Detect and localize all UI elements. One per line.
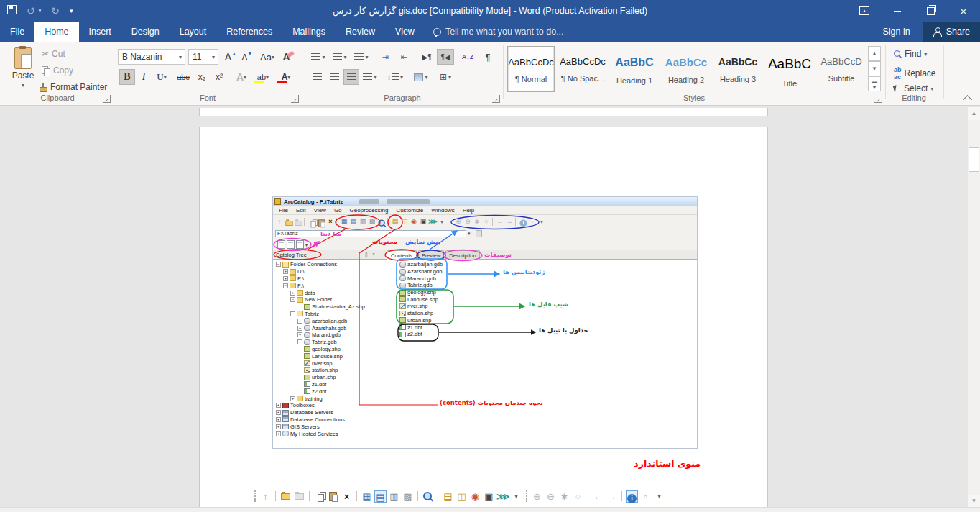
- ribbon-tab-file[interactable]: File: [0, 22, 34, 42]
- styles-scroll-up-button[interactable]: ▲: [868, 46, 881, 61]
- decrease-indent-button[interactable]: ⇥: [376, 49, 394, 65]
- expand-icon[interactable]: +: [283, 276, 288, 281]
- paste-dropdown-icon[interactable]: ▾: [22, 82, 24, 88]
- collapse-icon[interactable]: –: [290, 297, 295, 302]
- style-heading-2[interactable]: AaBbCcHeading 2: [662, 46, 710, 92]
- window-icon[interactable]: ▣: [419, 217, 427, 227]
- copy-icon[interactable]: [313, 490, 325, 503]
- tree-item[interactable]: +data: [274, 289, 395, 296]
- html-popup-icon[interactable]: ▫: [528, 217, 537, 227]
- zoom-out-icon[interactable]: ⊖: [463, 217, 472, 227]
- ac-menu-help[interactable]: Help: [463, 207, 474, 214]
- collapse-icon[interactable]: –: [276, 262, 281, 267]
- paragraph-dialog-launcher[interactable]: [492, 95, 500, 103]
- justify-button[interactable]: ▾: [361, 69, 379, 85]
- contents-item[interactable]: Marand.gdb: [399, 275, 500, 282]
- font-size-combo[interactable]: 11▾: [188, 49, 218, 65]
- expand-icon[interactable]: +: [276, 417, 281, 422]
- font-size-dropdown-icon[interactable]: ▾: [212, 54, 215, 60]
- ac-menu-go[interactable]: Go: [334, 207, 342, 214]
- ribbon-tab-design[interactable]: Design: [121, 22, 170, 42]
- delete-icon[interactable]: ×: [326, 217, 335, 227]
- tree-item[interactable]: –Tabriz: [274, 311, 395, 318]
- share-button[interactable]: Share: [923, 22, 980, 42]
- styles-more-button[interactable]: ▬▼: [868, 76, 881, 91]
- tree-item[interactable]: +Database Servers: [274, 409, 395, 416]
- shading-button[interactable]: ▾: [411, 69, 431, 85]
- connect-folder-icon[interactable]: [285, 217, 293, 227]
- style-heading-3[interactable]: AaBbCcHeading 3: [714, 46, 762, 92]
- ac-menu-view[interactable]: View: [314, 207, 326, 214]
- contents-item[interactable]: z2.dbf: [399, 331, 500, 338]
- tree-item[interactable]: Landuse.shp: [274, 352, 395, 360]
- identify-icon[interactable]: i: [519, 217, 527, 227]
- dd-icon[interactable]: ▾: [653, 490, 665, 503]
- dd-icon[interactable]: ▾: [537, 217, 546, 227]
- details-icon[interactable]: ▥: [388, 490, 400, 503]
- copy-icon[interactable]: [308, 217, 316, 227]
- address-dropdown-icon[interactable]: ▾: [468, 231, 471, 237]
- multilevel-list-button[interactable]: ▾: [352, 49, 371, 65]
- disconnect-folder-icon[interactable]: [293, 490, 305, 503]
- paste-button[interactable]: Paste ▾: [7, 47, 39, 88]
- tree-item[interactable]: +Tabriz.gdb: [274, 339, 395, 346]
- ac-tab-contents[interactable]: Contents: [387, 250, 417, 260]
- style--normal[interactable]: AaBbCcDc¶ Normal: [507, 46, 555, 92]
- minimize-button[interactable]: [881, 0, 914, 22]
- toolbar-drag-handle[interactable]: [526, 490, 527, 502]
- html-popup-icon[interactable]: ▫: [639, 490, 652, 503]
- ltr-direction-button[interactable]: ▶¶: [418, 49, 435, 65]
- expand-icon[interactable]: +: [283, 269, 288, 274]
- expand-icon[interactable]: +: [276, 424, 281, 429]
- expand-icon[interactable]: +: [297, 326, 302, 331]
- contents-item[interactable]: z1.dbf: [399, 324, 500, 331]
- launch-arcmap-icon[interactable]: ◫: [400, 217, 409, 227]
- expand-icon[interactable]: +: [297, 319, 302, 324]
- identify-icon[interactable]: i: [626, 490, 638, 503]
- arcglobe-icon[interactable]: ◉: [469, 490, 481, 503]
- toolbar-drag-handle[interactable]: [254, 490, 256, 502]
- ac-menu-customize[interactable]: Customize: [396, 207, 423, 214]
- up-icon[interactable]: ↑: [275, 217, 284, 227]
- tree-item[interactable]: +GIS Servers: [274, 423, 395, 430]
- ac-menu-windows[interactable]: Windows: [431, 207, 454, 214]
- expand-icon[interactable]: +: [276, 403, 281, 408]
- pan-icon[interactable]: ∗: [473, 217, 481, 227]
- tree-item[interactable]: +Azarshahr.gdb: [274, 324, 395, 332]
- contents-panel-icon[interactable]: ▤: [391, 217, 399, 227]
- highlight-button[interactable]: ab▾: [253, 69, 273, 85]
- tree-item[interactable]: –F:\: [274, 282, 395, 289]
- thumbnails-icon[interactable]: ▩: [402, 490, 414, 503]
- address-go-button[interactable]: [476, 230, 482, 237]
- superscript-button[interactable]: x²: [211, 69, 227, 85]
- list-icon[interactable]: ▤: [349, 217, 358, 227]
- tree-item[interactable]: z2.dbf: [274, 388, 395, 395]
- tree-item[interactable]: urban.shp: [274, 374, 395, 381]
- ribbon-display-options-button[interactable]: ▴: [848, 0, 881, 22]
- scroll-thumb[interactable]: [969, 147, 979, 172]
- metadata-overflow-icon[interactable]: ▾: [305, 242, 308, 247]
- connect-folder-icon[interactable]: [279, 490, 292, 503]
- style--no-spac-[interactable]: AaBbCcDc¶ No Spac...: [559, 46, 606, 92]
- forward-icon[interactable]: →: [505, 217, 514, 227]
- tree-item[interactable]: +Marand.gdb: [274, 332, 395, 339]
- font-name-dropdown-icon[interactable]: ▾: [179, 54, 182, 60]
- tree-item[interactable]: Shahrestanha_Az.shp: [274, 303, 395, 311]
- style-heading-1[interactable]: AaBbCHeading 1: [611, 46, 658, 92]
- tree-item[interactable]: +Database Connections: [274, 416, 395, 424]
- paste-icon[interactable]: [327, 490, 339, 503]
- style-subtitle[interactable]: AaBbCcDSubtitle: [818, 46, 865, 92]
- copy-button[interactable]: Copy: [42, 65, 73, 76]
- expand-icon[interactable]: +: [276, 410, 281, 415]
- large-icons-icon[interactable]: ▦: [340, 217, 348, 227]
- delete-icon[interactable]: ×: [341, 490, 353, 503]
- restore-button[interactable]: [914, 0, 947, 22]
- panel-splitter[interactable]: [397, 260, 397, 448]
- align-center-button[interactable]: [326, 69, 342, 85]
- contents-item[interactable]: Azarshahr.gdb: [399, 268, 500, 275]
- pan-icon[interactable]: ∗: [558, 490, 570, 503]
- contents-item[interactable]: geology.shp: [399, 289, 500, 296]
- scroll-down-button[interactable]: ▼: [968, 495, 980, 508]
- expand-icon[interactable]: +: [290, 396, 295, 401]
- address-input[interactable]: F:\Tabriz: [275, 230, 466, 237]
